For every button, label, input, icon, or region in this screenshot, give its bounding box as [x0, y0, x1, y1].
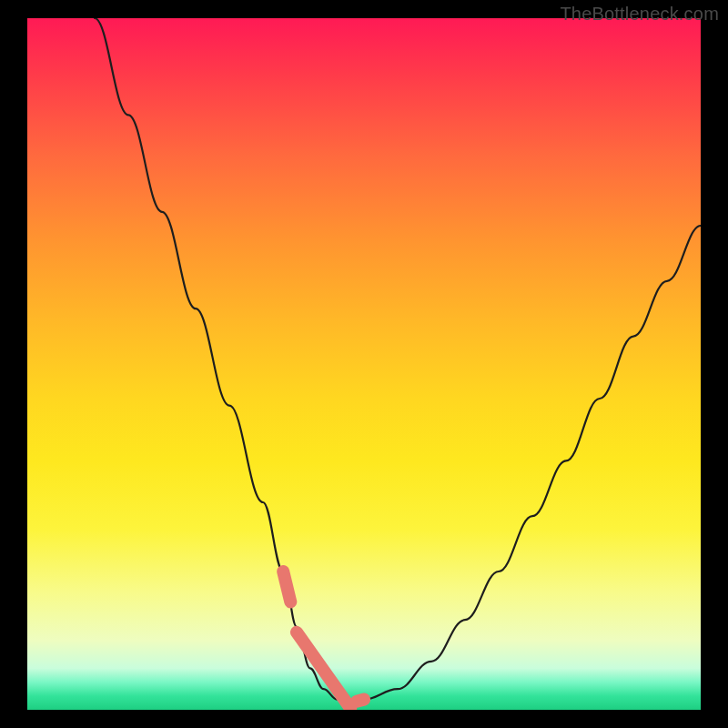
- chart-overlay: [27, 18, 701, 710]
- watermark-text: TheBottleneck.com: [560, 4, 719, 25]
- bottleneck-curve: [95, 18, 701, 703]
- chart-frame: TheBottleneck.com: [0, 0, 728, 728]
- optimal-range-marker: [283, 571, 364, 708]
- plot-area: [27, 18, 701, 710]
